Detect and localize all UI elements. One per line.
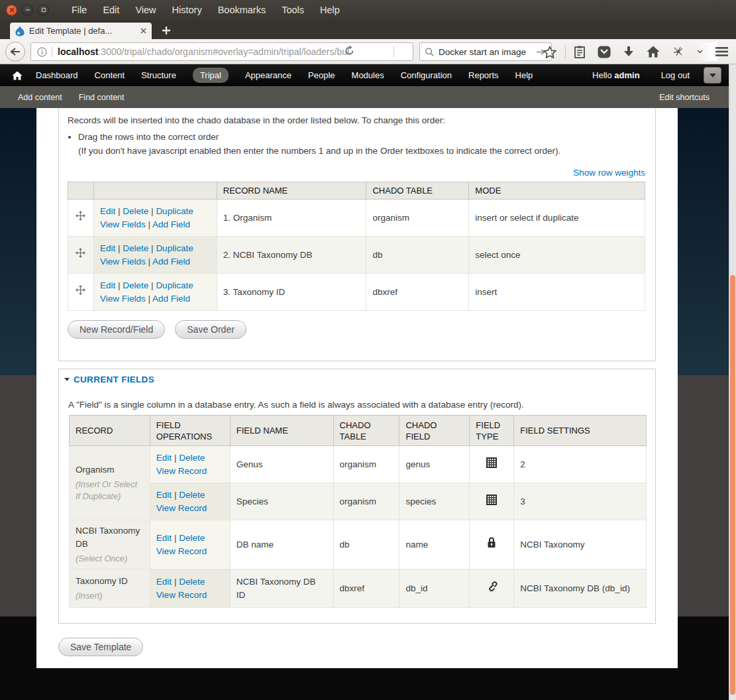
url-divider [52,46,52,57]
current-fields-legend[interactable]: CURRENT FIELDS [64,375,645,384]
duplicate-link[interactable]: Duplicate [156,206,193,216]
extension-dropdown-chevron-icon[interactable] [697,50,703,54]
duplicate-link[interactable]: Duplicate [156,243,193,253]
add-field-link[interactable]: Add Field [152,294,190,304]
drag-handle[interactable] [68,200,94,237]
admin-item-configuration[interactable]: Configuration [401,70,452,80]
minimize-window-icon[interactable] [22,5,33,16]
drag-handle[interactable] [68,237,94,274]
search-bar[interactable]: Docker start an image [419,42,552,61]
delete-link[interactable]: Delete [179,453,205,463]
url-host: localhost [58,46,98,57]
edit-link[interactable]: Edit [156,490,172,500]
list-item: Drag the rows into the correct order (If… [78,130,645,158]
reading-list-icon[interactable] [574,46,585,58]
download-icon[interactable] [623,46,634,58]
admin-item-appearance[interactable]: Appearance [245,70,291,80]
view-record-link[interactable]: View Record [156,546,207,556]
toolbar-toggle-button[interactable] [704,67,721,84]
record-name: NCBI Taxonomy DB [76,524,144,551]
delete-link[interactable]: Delete [123,280,148,290]
url-text[interactable]: localhost:3000/tripal/chado/organism#ove… [58,46,413,57]
admin-item-dashboard[interactable]: Dashboard [36,70,78,80]
delete-link[interactable]: Delete [179,490,205,500]
admin-item-content[interactable]: Content [95,70,125,80]
edit-link[interactable]: Edit [100,243,115,253]
maximize-window-icon[interactable] [38,5,49,16]
drag-handle[interactable] [68,274,94,311]
view-record-link[interactable]: View Record [156,466,207,476]
pocket-icon[interactable] [598,46,611,58]
url-path: :3000/tripal/chado/organism#overlay=admi… [98,46,349,57]
extension-icon[interactable] [672,46,684,57]
back-button[interactable] [5,42,25,62]
url-bar[interactable]: localhost:3000/tripal/chado/organism#ove… [30,42,413,61]
search-input[interactable]: Docker start an image [439,47,536,57]
records-table: RECORD NAME CHADO TABLE MODE Edit | Dele… [68,182,645,311]
field-name-cell: Species [230,483,333,520]
add-field-link[interactable]: Add Field [152,219,190,229]
duplicate-link[interactable]: Duplicate [156,280,193,290]
menu-file[interactable]: File [72,5,87,15]
delete-link[interactable]: Delete [179,577,205,587]
toolbar-divider [565,45,566,58]
drag-cross-icon [76,285,85,295]
menu-help[interactable]: Help [320,5,340,15]
new-record-field-button[interactable]: New Record/Field [68,320,165,339]
admin-item-tripal[interactable]: Tripal [193,68,229,83]
edit-shortcuts-link[interactable]: Edit shortcuts [659,93,710,102]
browser-tab[interactable]: Edit Template | defa... [9,22,152,39]
menu-history[interactable]: History [172,5,202,15]
menu-edit[interactable]: Edit [103,5,119,15]
view-record-link[interactable]: View Record [156,590,207,600]
edit-link[interactable]: Edit [156,533,172,543]
separator: | [174,453,177,463]
shortcut-find-content[interactable]: Find content [79,93,125,102]
show-row-weights-link[interactable]: Show row weights [573,168,645,178]
delete-link[interactable]: Delete [179,533,205,543]
admin-item-reports[interactable]: Reports [468,70,499,80]
view-fields-link[interactable]: View Fields [100,219,146,229]
admin-item-people[interactable]: People [308,70,335,80]
menu-hamburger-icon[interactable] [715,47,728,56]
current-fields-section: CURRENT FIELDS A "Field" is a single col… [58,369,656,624]
admin-item-modules[interactable]: Modules [352,70,384,80]
add-field-link[interactable]: Add Field [152,257,190,266]
new-tab-button[interactable] [158,23,175,38]
view-fields-link[interactable]: View Fields [100,294,146,304]
admin-item-help[interactable]: Help [515,70,533,80]
admin-item-structure[interactable]: Structure [141,70,176,80]
record-mode-note: (Insert) [76,590,144,602]
scrollbar-thumb[interactable] [730,275,735,695]
edit-link[interactable]: Edit [156,577,172,587]
reload-icon[interactable] [344,45,355,56]
home-icon[interactable] [647,46,660,58]
shortcut-add-content[interactable]: Add content [18,93,62,102]
close-window-icon[interactable] [6,5,17,16]
edit-link[interactable]: Edit [100,280,115,290]
delete-link[interactable]: Delete [123,243,148,253]
edit-link[interactable]: Edit [156,453,172,463]
menu-view[interactable]: View [135,5,156,15]
menu-bookmarks[interactable]: Bookmarks [218,5,266,15]
edit-link[interactable]: Edit [100,206,115,216]
separator: | [151,206,154,216]
logout-link[interactable]: Log out [661,70,690,80]
bookmark-star-icon[interactable] [543,46,556,58]
view-record-link[interactable]: View Record [156,503,207,513]
record-cell: Organism (Insert Or Select If Duplicate) [70,446,150,520]
field-operations: Edit | Delete View Record [150,520,230,569]
view-fields-link[interactable]: View Fields [100,257,146,266]
separator: | [174,577,177,587]
records-intro-text: Records will be inserted into the chado … [68,114,645,127]
save-order-button[interactable]: Save Order [175,320,246,339]
drupal-home-icon[interactable] [12,71,23,80]
info-icon[interactable] [37,47,47,57]
menu-tools[interactable]: Tools [282,5,304,15]
drag-instruction: Drag the rows into the correct order [78,130,645,144]
close-tab-icon[interactable] [140,28,146,34]
save-template-button[interactable]: Save Template [58,638,143,656]
greeting-text[interactable]: Hello admin [592,70,640,80]
lock-icon [470,520,514,569]
delete-link[interactable]: Delete [123,206,148,216]
